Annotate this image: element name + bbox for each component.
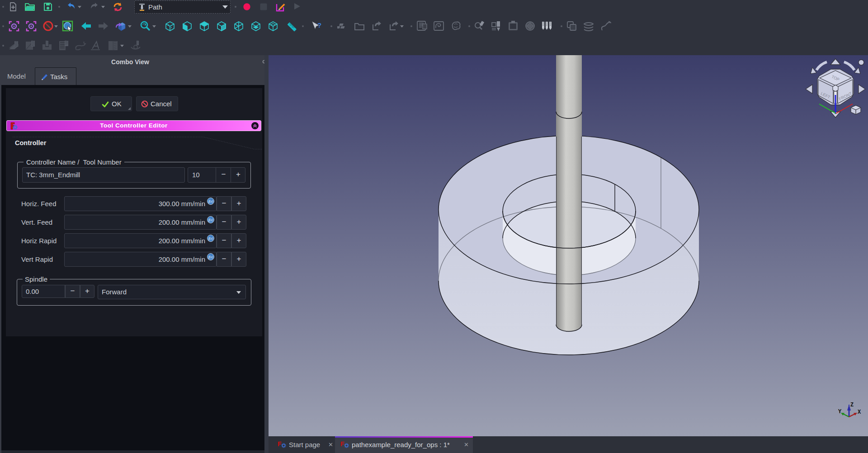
svg-text:f(x): f(x) <box>208 199 213 203</box>
svg-text:f(x): f(x) <box>208 255 213 259</box>
svg-text:Y: Y <box>838 409 842 415</box>
svg-text:f(x): f(x) <box>208 218 213 222</box>
svg-text:X: X <box>858 409 861 415</box>
svg-text:?: ? <box>317 21 321 29</box>
svg-text:f(x): f(x) <box>208 236 213 241</box>
svg-text:Z: Z <box>850 402 854 408</box>
